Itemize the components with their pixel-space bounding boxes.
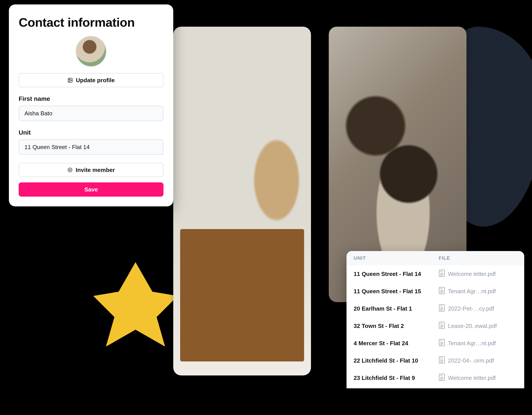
invite-member-button[interactable]: Invite member — [19, 163, 163, 177]
svg-text:PDF: PDF — [440, 271, 443, 272]
decorative-blob-yellow — [93, 262, 178, 347]
file-icon: PDF — [439, 270, 445, 279]
row-file: PDF 2022-04-..orm.pdf — [439, 356, 517, 365]
file-icon: PDF — [439, 374, 445, 383]
first-name-label: First name — [19, 95, 163, 102]
photo-living-room — [173, 27, 311, 376]
table-row[interactable]: 11 Queen Street - Flat 14 PDF Welcome le… — [347, 265, 524, 283]
avatar — [76, 36, 107, 67]
table-row[interactable]: 20 Earlham St - Flat 1 PDF 2022-Pet-…cy.… — [347, 300, 524, 317]
row-unit: 22 Litchfield St - Flat 10 — [354, 357, 439, 364]
row-file-name: Welcome letter.pdf — [448, 270, 496, 278]
card-title: Contact information — [19, 15, 163, 29]
invite-member-label: Invite member — [76, 167, 115, 174]
unit-label: Unit — [19, 129, 163, 136]
svg-text:PDF: PDF — [440, 340, 443, 341]
save-button[interactable]: Save — [19, 182, 163, 197]
row-unit: 11 Queen Street - Flat 15 — [354, 288, 439, 295]
image-icon — [67, 77, 73, 83]
row-file-name: Tenant Agr…nt.pdf — [448, 288, 496, 295]
file-icon: PDF — [439, 339, 445, 348]
svg-text:PDF: PDF — [440, 288, 443, 290]
files-table-header: UNIT FILE — [347, 251, 524, 265]
files-header-unit: UNIT — [354, 255, 439, 261]
files-header-file: FILE — [439, 255, 517, 261]
row-file-name: Lease-20..ewal.pdf — [448, 323, 497, 329]
row-unit: 20 Earlham St - Flat 1 — [354, 305, 439, 312]
update-profile-label: Update profile — [76, 77, 115, 84]
update-profile-button[interactable]: Update profile — [19, 73, 163, 87]
row-file: PDF Welcome letter.pdf — [439, 270, 517, 279]
first-name-input[interactable] — [19, 106, 163, 121]
row-unit: 4 Mercer St - Flat 24 — [354, 340, 439, 347]
unit-input[interactable] — [19, 139, 163, 155]
svg-text:PDF: PDF — [440, 323, 443, 324]
save-label: Save — [85, 186, 98, 193]
row-unit: 11 Queen Street - Flat 14 — [354, 270, 439, 278]
file-icon: PDF — [439, 356, 445, 365]
row-file-name: Welcome letter.pdf — [448, 375, 496, 381]
file-icon: PDF — [439, 321, 445, 331]
svg-text:PDF: PDF — [440, 375, 443, 376]
plus-circle-icon — [67, 167, 73, 173]
table-row[interactable]: 22 Litchfield St - Flat 10 PDF 2022-04-.… — [347, 352, 524, 369]
row-unit: 32 Town St - Flat 2 — [354, 323, 439, 329]
row-file: PDF Welcome letter.pdf — [439, 374, 517, 383]
table-row[interactable]: 11 Queen Street - Flat 15 PDF Tenant Agr… — [347, 283, 524, 300]
row-file: PDF Tenant Agr…nt.pdf — [439, 339, 517, 348]
row-file-name: 2022-Pet-…cy.pdf — [448, 305, 494, 312]
row-file: PDF 2022-Pet-…cy.pdf — [439, 304, 517, 313]
svg-text:PDF: PDF — [440, 306, 443, 307]
row-file: PDF Tenant Agr…nt.pdf — [439, 287, 517, 296]
row-file-name: Tenant Agr…nt.pdf — [448, 340, 496, 347]
table-row[interactable]: 4 Mercer St - Flat 24 PDF Tenant Agr…nt.… — [347, 335, 524, 352]
table-row[interactable]: 32 Town St - Flat 2 PDF Lease-20..ewal.p… — [347, 317, 524, 335]
contact-information-card: Contact information Update profile First… — [9, 4, 173, 206]
row-unit: 23 Litchfield St - Flat 9 — [354, 375, 439, 381]
svg-point-1 — [69, 79, 70, 80]
row-file-name: 2022-04-..orm.pdf — [448, 357, 494, 364]
files-table: UNIT FILE 11 Queen Street - Flat 14 PDF … — [347, 251, 524, 388]
svg-text:PDF: PDF — [440, 357, 443, 359]
file-icon: PDF — [439, 287, 445, 296]
table-row[interactable]: 23 Litchfield St - Flat 9 PDF Welcome le… — [347, 369, 524, 386]
file-icon: PDF — [439, 304, 445, 313]
row-file: PDF Lease-20..ewal.pdf — [439, 321, 517, 331]
